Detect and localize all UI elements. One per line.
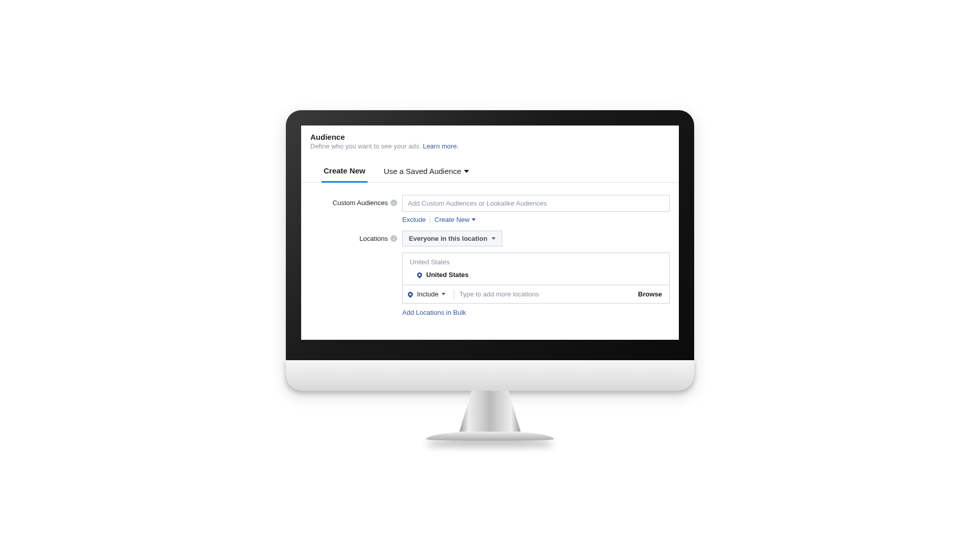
- section-subtitle: Define who you want to see your ads. Lea…: [310, 142, 670, 150]
- browse-button[interactable]: Browse: [636, 289, 664, 299]
- chevron-down-icon: [492, 237, 496, 240]
- location-group-header: United States: [403, 253, 669, 268]
- monitor-frame: Audience Define who you want to see your…: [286, 110, 694, 391]
- location-name: United States: [426, 271, 469, 279]
- learn-more-link[interactable]: Learn more.: [423, 142, 458, 150]
- subtitle-text: Define who you want to see your ads.: [310, 142, 423, 150]
- include-exclude-dropdown[interactable]: Include: [417, 290, 450, 298]
- section-header: Audience Define who you want to see your…: [301, 126, 679, 153]
- tab-saved-audience[interactable]: Use a Saved Audience: [382, 166, 472, 182]
- pin-icon: [407, 290, 414, 297]
- section-title: Audience: [310, 133, 670, 141]
- field-label: Locations i: [310, 231, 402, 242]
- label-text: Locations: [359, 235, 388, 242]
- row-custom-audiences: Custom Audiences i Exclude Create New: [310, 195, 670, 223]
- location-add-row: Include Browse: [403, 285, 669, 303]
- tab-label: Use a Saved Audience: [384, 167, 461, 176]
- pin-icon: [416, 271, 423, 278]
- monitor-stand-base: [426, 432, 554, 441]
- link-text: Create New: [434, 216, 470, 223]
- chevron-down-icon: [442, 293, 446, 295]
- custom-audiences-input[interactable]: [402, 195, 670, 212]
- tab-bar: Create New Use a Saved Audience: [301, 153, 679, 183]
- info-icon[interactable]: i: [390, 235, 397, 242]
- chevron-down-icon: [464, 170, 469, 173]
- monitor-chin: [286, 360, 694, 391]
- add-locations-bulk-link[interactable]: Add Locations in Bulk: [402, 309, 670, 316]
- monitor-stand-neck: [459, 391, 521, 432]
- divider: [430, 216, 430, 223]
- chevron-down-icon: [472, 218, 476, 221]
- info-icon[interactable]: i: [390, 199, 397, 206]
- row-locations: Locations i Everyone in this location Un…: [310, 231, 670, 316]
- tab-label: Create New: [324, 166, 365, 175]
- imac-mockup: Audience Define who you want to see your…: [286, 110, 694, 441]
- screen: Audience Define who you want to see your…: [301, 126, 679, 340]
- location-add-input[interactable]: [458, 288, 632, 300]
- field-content: Everyone in this location United States …: [402, 231, 670, 316]
- create-new-audience-link[interactable]: Create New: [434, 216, 476, 223]
- exclude-link[interactable]: Exclude: [402, 216, 426, 223]
- custom-audience-actions: Exclude Create New: [402, 216, 670, 223]
- divider: [454, 290, 454, 299]
- location-selected-item[interactable]: United States: [403, 268, 669, 285]
- include-label: Include: [417, 290, 438, 298]
- field-label: Custom Audiences i: [310, 195, 402, 207]
- label-text: Custom Audiences: [333, 199, 388, 207]
- tab-create-new[interactable]: Create New: [322, 166, 368, 183]
- field-content: Exclude Create New: [402, 195, 670, 223]
- locations-box: United States United States Include: [402, 253, 670, 304]
- audience-form: Custom Audiences i Exclude Create New: [301, 183, 679, 327]
- location-scope-dropdown[interactable]: Everyone in this location: [402, 231, 502, 246]
- dropdown-value: Everyone in this location: [409, 235, 487, 242]
